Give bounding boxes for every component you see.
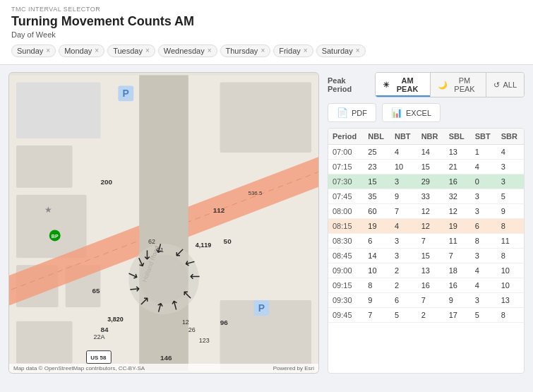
- value-cell: 4: [471, 278, 497, 293]
- table-row: 07:45359333235: [328, 189, 524, 204]
- period-cell: 09:15: [328, 278, 364, 293]
- tmc-selector-label: TMC INTERVAL SELECTOR: [11, 6, 522, 13]
- value-cell: 4: [390, 219, 417, 234]
- value-cell: 7: [417, 293, 445, 308]
- value-cell: 12: [417, 204, 445, 219]
- value-cell: 15: [417, 249, 445, 263]
- period-cell: 08:15: [328, 219, 364, 234]
- peak-icon: ☀: [383, 81, 390, 90]
- value-cell: 32: [445, 189, 471, 204]
- peak-btn-label: PM PEAK: [450, 76, 479, 93]
- data-table: PeriodNBLNBTNBRSBLSBTSBR 07:002541413140…: [328, 129, 524, 323]
- peak-period-label: Peak Period: [328, 76, 369, 93]
- value-cell: 16: [445, 278, 471, 293]
- svg-rect-7: [220, 82, 311, 153]
- value-cell: 8: [497, 308, 524, 323]
- filter-remove-icon[interactable]: ×: [260, 47, 265, 54]
- data-table-wrap: PeriodNBLNBTNBRSBLSBTSBR 07:002541413140…: [328, 128, 525, 374]
- value-cell: 6: [471, 219, 497, 234]
- value-cell: 0: [471, 174, 497, 189]
- value-cell: 2: [390, 263, 417, 278]
- data-panel: Peak Period ☀AM PEAK🌙PM PEAK↺ALL 📄 PDF 📊…: [328, 72, 525, 374]
- table-row: 09:309679313: [328, 293, 524, 308]
- pdf-icon: 📄: [337, 107, 348, 118]
- svg-rect-9: [16, 321, 73, 364]
- excel-label: EXCEL: [406, 109, 431, 117]
- table-row: 08:00607121239: [328, 204, 524, 219]
- svg-text:84: 84: [100, 326, 109, 333]
- svg-text:4,119: 4,119: [196, 242, 211, 249]
- period-cell: 07:00: [328, 145, 364, 160]
- value-cell: 5: [471, 308, 497, 323]
- peak-btn-pm[interactable]: 🌙PM PEAK: [431, 73, 487, 97]
- value-cell: 9: [497, 204, 524, 219]
- filter-tag-thursday: Thursday×: [220, 44, 271, 57]
- filter-label: Thursday: [226, 47, 258, 55]
- peak-btn-am[interactable]: ☀AM PEAK: [376, 73, 431, 97]
- value-cell: 11: [445, 234, 471, 249]
- peak-btn-label: AM PEAK: [393, 76, 423, 93]
- value-cell: 60: [364, 204, 390, 219]
- svg-text:123: 123: [199, 337, 210, 344]
- value-cell: 17: [445, 308, 471, 323]
- value-cell: 7: [364, 308, 390, 323]
- value-cell: 7: [390, 204, 417, 219]
- pdf-export-button[interactable]: 📄 PDF: [328, 103, 376, 122]
- peak-btn-all[interactable]: ↺ALL: [486, 73, 524, 97]
- svg-text:62: 62: [148, 238, 155, 245]
- value-cell: 3: [497, 174, 524, 189]
- filter-remove-icon[interactable]: ×: [95, 47, 99, 54]
- peak-buttons: ☀AM PEAK🌙PM PEAK↺ALL: [375, 72, 525, 97]
- filter-label: Wednesday: [164, 47, 205, 55]
- value-cell: 10: [364, 263, 390, 278]
- col-header-nbr: NBR: [417, 129, 445, 145]
- value-cell: 19: [445, 219, 471, 234]
- table-row: 07:00254141314: [328, 145, 524, 160]
- svg-text:65: 65: [92, 287, 100, 295]
- filter-remove-icon[interactable]: ×: [46, 47, 50, 54]
- value-cell: 16: [445, 174, 471, 189]
- value-cell: 9: [364, 293, 390, 308]
- filter-remove-icon[interactable]: ×: [208, 47, 212, 54]
- value-cell: 9: [390, 189, 417, 204]
- period-cell: 09:00: [328, 263, 364, 278]
- page-title: Turning Movement Counts AM: [11, 14, 522, 29]
- filter-remove-icon[interactable]: ×: [356, 47, 360, 54]
- attribution-left: Map data © OpenStreetMap contributors, C…: [13, 365, 145, 372]
- period-cell: 07:30: [328, 174, 364, 189]
- value-cell: 23: [364, 160, 390, 174]
- value-cell: 4: [497, 145, 524, 160]
- period-cell: 08:45: [328, 249, 364, 263]
- col-header-sbl: SBL: [445, 129, 471, 145]
- excel-export-button[interactable]: 📊 EXCEL: [382, 103, 441, 122]
- svg-text:↙: ↙: [181, 290, 195, 300]
- value-cell: 10: [497, 278, 524, 293]
- value-cell: 14: [364, 249, 390, 263]
- top-bar: TMC INTERVAL SELECTOR Turning Movement C…: [0, 0, 533, 65]
- value-cell: 15: [417, 160, 445, 174]
- value-cell: 8: [364, 278, 390, 293]
- value-cell: 2: [390, 278, 417, 293]
- svg-text:146: 146: [160, 354, 172, 362]
- col-header-nbl: NBL: [364, 129, 390, 145]
- main-content: P P Holland Road ↙ ↙ ↙ ↙ ↙ ↙ ↙ ↙: [0, 65, 533, 381]
- map-attribution: Map data © OpenStreetMap contributors, C…: [9, 364, 318, 373]
- filter-label: Sunday: [17, 47, 43, 55]
- value-cell: 15: [364, 174, 390, 189]
- value-cell: 7: [445, 249, 471, 263]
- value-cell: 3: [471, 249, 497, 263]
- value-cell: 4: [471, 263, 497, 278]
- period-cell: 08:30: [328, 234, 364, 249]
- value-cell: 13: [445, 145, 471, 160]
- value-cell: 3: [471, 189, 497, 204]
- filter-remove-icon[interactable]: ×: [304, 47, 308, 54]
- value-cell: 10: [390, 160, 417, 174]
- filter-tag-saturday: Saturday×: [316, 44, 366, 57]
- filter-remove-icon[interactable]: ×: [145, 47, 150, 54]
- svg-rect-2: [16, 82, 100, 138]
- period-cell: 08:00: [328, 204, 364, 219]
- excel-icon: 📊: [391, 107, 402, 118]
- period-cell: 07:45: [328, 189, 364, 204]
- value-cell: 18: [445, 263, 471, 278]
- export-row: 📄 PDF 📊 EXCEL: [328, 103, 525, 122]
